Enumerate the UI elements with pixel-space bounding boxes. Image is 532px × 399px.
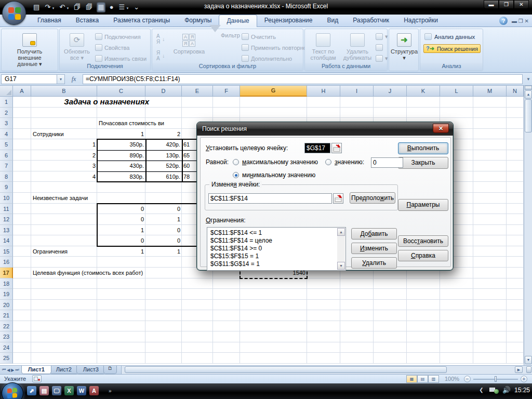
display-icon[interactable]: 🖵 [52, 386, 61, 395]
tab-Разработчик[interactable]: Разработчик [345, 15, 396, 27]
sort-button[interactable]: АЯЯА Сортировка [170, 32, 208, 55]
table-icon[interactable]: ▦ [97, 2, 105, 12]
dialog-title-bar[interactable]: Поиск решения [197, 122, 453, 136]
tab-Главная[interactable]: Главная [30, 15, 69, 27]
constraint-item[interactable]: $G$11:$G$14 = 1 [210, 260, 335, 268]
vertical-split-handle[interactable] [525, 86, 532, 90]
scroll-up-icon[interactable]: ▲ [337, 228, 345, 236]
cell-C4[interactable]: 1 [97, 129, 145, 140]
range-selector-icon[interactable] [331, 143, 342, 153]
cell-D4[interactable]: 2 [145, 129, 182, 140]
help-button[interactable]: Справка [398, 250, 448, 261]
cell-C8[interactable]: 830р. [97, 171, 145, 182]
row-header-7[interactable]: 7 [0, 161, 13, 171]
cell-D13[interactable]: 0 [145, 225, 182, 236]
ribbon-minimize-icon[interactable]: ▬ ❐ ✕ [512, 18, 529, 24]
row-header-6[interactable]: 6 [0, 150, 13, 161]
row-header-24[interactable]: 24 [0, 342, 13, 353]
zoom-slider[interactable]: − + [464, 376, 527, 382]
start-button[interactable] [2, 382, 23, 399]
row-header-21[interactable]: 21 [0, 310, 13, 321]
cell-C12[interactable]: 0 [97, 214, 145, 225]
row-header-11[interactable]: 11 [0, 204, 13, 215]
close-button[interactable]: ✕ [514, 0, 529, 9]
zoom-level[interactable]: 100% [445, 376, 459, 382]
target-cell-field[interactable]: $G$17 [304, 143, 330, 153]
row-header-10[interactable]: 10 [0, 193, 13, 204]
radio-value-label[interactable]: значению: [335, 158, 364, 166]
column-header-C[interactable]: C [97, 86, 145, 97]
scroll-down-icon[interactable]: ▼ [525, 356, 532, 364]
options-button[interactable]: Параметры [398, 199, 448, 211]
column-header-F[interactable]: F [213, 86, 240, 97]
cell-B1[interactable]: Задача о назначениях [31, 97, 182, 108]
column-header-B[interactable]: B [31, 86, 97, 97]
list-icon[interactable]: ☰ ▾ [118, 2, 130, 12]
column-header-I[interactable]: I [340, 86, 374, 97]
row-header-2[interactable]: 2 [0, 108, 13, 118]
column-header-M[interactable]: M [473, 86, 507, 97]
get-external-data-button[interactable]: Получить внешние данные ▾ [9, 32, 50, 68]
row-header-19[interactable]: 19 [0, 289, 13, 300]
row-header-18[interactable]: 18 [0, 278, 13, 289]
scroll-down-icon[interactable]: ▼ [337, 262, 345, 270]
radio-value[interactable] [325, 159, 331, 165]
radio-min-label[interactable]: минимальному значению [242, 171, 315, 179]
cell-C6[interactable]: 890р. [97, 150, 145, 161]
outline-button[interactable]: ➜ Структура▾ [384, 32, 424, 61]
sheet-tab-Лист3[interactable]: Лист3 [76, 366, 105, 374]
constraint-item[interactable]: $C$11:$F$14 >= 0 [210, 245, 335, 252]
formula-bar-expand-icon[interactable]: ▼ [526, 77, 530, 82]
page-layout-view-button[interactable]: ▤ [417, 375, 428, 383]
run-button[interactable]: Выполнить [398, 142, 448, 154]
cell-D7[interactable]: 520р. [145, 161, 182, 171]
cards-icon[interactable]: ▤ [39, 386, 49, 395]
row-header-4[interactable]: 4 [0, 129, 13, 140]
column-header-L[interactable]: L [440, 86, 473, 97]
group-get-external-data[interactable]: Получить внешние данные ▾ [1, 29, 58, 71]
cell-B6[interactable]: 2 [31, 150, 97, 161]
copy-icon[interactable]: 🗐 [85, 2, 94, 12]
column-header-E[interactable]: E [182, 86, 213, 97]
reapply-button[interactable]: Применить повторно [242, 44, 307, 51]
delete-constraint-button[interactable]: Удалить [351, 257, 397, 269]
normal-view-button[interactable]: ▦ [406, 375, 417, 383]
volume-icon[interactable]: 🔊 [502, 386, 511, 394]
row-header-5[interactable]: 5 [0, 139, 13, 150]
tab-Вставка[interactable]: Вставка [69, 15, 107, 27]
row-header-12[interactable]: 12 [0, 214, 13, 225]
connections-button[interactable]: Подключения [95, 33, 141, 40]
page-break-view-button[interactable]: ▥ [428, 375, 439, 383]
consolidate-button[interactable] [376, 44, 383, 51]
tab-Рецензирование[interactable]: Рецензирование [257, 15, 320, 27]
name-box[interactable]: G17 [1, 74, 57, 84]
row-header-1[interactable]: 1 [0, 97, 13, 108]
cell-B7[interactable]: 3 [31, 161, 97, 171]
constraints-scrollbar[interactable]: ▲ ▼ [337, 228, 345, 270]
column-header-N[interactable]: N [507, 86, 524, 97]
row-header-13[interactable]: 13 [0, 225, 13, 236]
cell-D8[interactable]: 610р. [145, 171, 182, 182]
row-header-8[interactable]: 8 [0, 171, 13, 182]
redo-icon[interactable]: ↷ ▾ [44, 2, 55, 12]
sheet-nav-buttons[interactable]: ⏮◀▶⏭ [0, 366, 21, 374]
customize-icon[interactable]: ⌄ [132, 2, 140, 12]
zoom-slider-handle[interactable] [495, 376, 497, 382]
range-selector-icon[interactable] [333, 193, 343, 204]
word-icon[interactable]: W [77, 386, 86, 395]
insert-sheet-tab[interactable]: 🗋 [103, 366, 117, 374]
cell-C13[interactable]: 1 [97, 225, 145, 236]
vertical-scroll-thumb[interactable] [525, 99, 532, 132]
column-header-H[interactable]: H [307, 86, 340, 97]
row-header-16[interactable]: 16 [0, 257, 13, 268]
tab-Разметка страницы[interactable]: Разметка страницы [106, 15, 177, 27]
constraint-item[interactable]: $C$15:$F$15 = 1 [210, 252, 335, 260]
scroll-up-icon[interactable]: ▲ [525, 90, 532, 99]
properties-button[interactable]: Свойства [95, 44, 129, 51]
cell-B17[interactable]: Целевая функция (стоимость всех работ) [31, 268, 197, 278]
tab-Данные[interactable]: Данные [219, 15, 257, 27]
remove-duplicates-button[interactable]: Удалить дубликаты [340, 32, 375, 61]
cell-C5[interactable]: 350р. [97, 139, 145, 150]
horizontal-scrollbar[interactable]: ▶ [121, 366, 532, 374]
advanced-filter-button[interactable]: Дополнительно [242, 55, 292, 62]
